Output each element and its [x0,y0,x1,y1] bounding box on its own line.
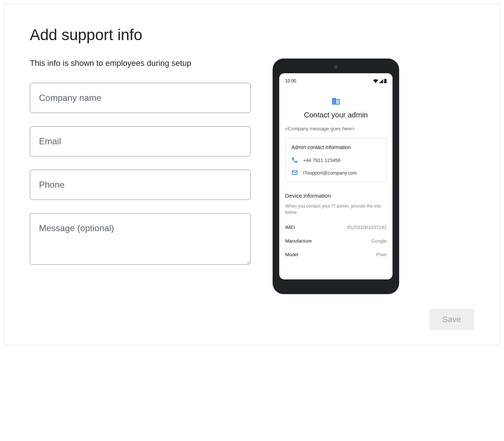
email-icon [291,169,298,176]
message-textarea[interactable] [30,213,251,265]
device-row-label: Manufacture [285,238,312,244]
phone-input[interactable] [30,170,251,200]
contact-email-row: ITsupport@company.com [291,169,380,176]
device-row: IMEI 352531081037192 [285,225,387,230]
page-title: Add support info [30,26,474,44]
status-time: 10:00 [285,78,296,84]
device-row-label: IMEI [285,225,295,230]
building-icon [331,97,340,106]
phone-icon [291,157,298,163]
company-name-input[interactable] [30,83,251,113]
wifi-icon [373,79,378,83]
battery-icon [384,79,387,83]
support-info-card: Add support info This info is shown to e… [4,4,500,345]
svg-rect-0 [384,79,387,83]
page-subtitle: This info is shown to employees during s… [30,59,251,68]
device-row-value: Pixel [376,252,387,257]
preview-title: Contact your admin [285,111,387,119]
contact-phone-value: +44 7911 123456 [303,158,341,163]
phone-camera-icon [334,65,338,69]
content-row: This info is shown to employees during s… [30,59,474,294]
preview-message: <Company message goes here> [285,126,387,131]
contact-phone-row: +44 7911 123456 [291,157,380,163]
status-bar: 10:00 [285,78,387,84]
device-row-label: Model [285,252,298,257]
phone-preview-column: 10:00 Contact your admin <Company messag… [273,59,399,294]
device-info-heading: Device information [285,193,387,199]
signal-icon [379,79,383,83]
contact-email-value: ITsupport@company.com [303,170,357,176]
device-row: Manufacture Google [285,238,387,244]
footer: Save [30,309,474,330]
device-info-sub: When you contact your IT admin, provide … [285,203,387,216]
device-row: Model Pixel [285,252,387,257]
phone-screen: 10:00 Contact your admin <Company messag… [279,73,393,279]
admin-contact-card: Admin contact information +44 7911 12345… [285,138,387,182]
admin-contact-heading: Admin contact information [291,144,380,150]
svg-rect-1 [385,79,386,80]
form-column: This info is shown to employees during s… [30,59,251,279]
email-input[interactable] [30,126,251,156]
device-row-value: Google [371,238,387,244]
device-row-value: 352531081037192 [347,225,387,230]
phone-frame: 10:00 Contact your admin <Company messag… [273,59,399,294]
save-button[interactable]: Save [429,309,474,330]
status-icons [373,79,387,83]
